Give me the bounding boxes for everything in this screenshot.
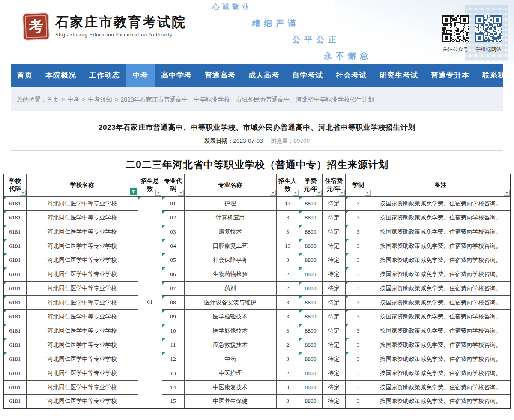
- article-meta: 发表日期：2023-07-03 浏览量：89700: [11, 137, 503, 145]
- school-code-cell: 6181: [3, 225, 26, 239]
- filter-applied-icon[interactable]: [130, 188, 137, 195]
- duration-cell: 3: [345, 352, 371, 366]
- enrollment-count-cell: 2: [276, 267, 299, 281]
- table-row: 6181河北同仁医学中等专业学校05社会保障事务38800待定3按国家资助政策减…: [3, 253, 511, 267]
- enrollment-count-cell: 3: [276, 380, 299, 394]
- school-name-cell: 河北同仁医学中等专业学校: [26, 267, 138, 281]
- tuition-cell: 8800: [299, 366, 322, 380]
- tuition-cell: 8800: [299, 309, 322, 324]
- table-row: 6181河北同仁医学中等专业学校12中药38800待定3按国家资助政策减免学费。…: [3, 352, 511, 366]
- qr-code-area: 关注公众号手机端网站: [442, 15, 502, 53]
- major-code-cell: 06: [162, 267, 184, 281]
- duration-cell: 3: [345, 338, 371, 352]
- views-label: 浏览量：: [270, 138, 293, 144]
- remark-cell: 按国家资助政策减免学费。住宿费向学校咨询。: [371, 352, 511, 366]
- school-code-cell: 6181: [3, 196, 26, 210]
- duration-cell: 3: [345, 267, 371, 281]
- breadcrumb-separator: >: [61, 96, 65, 103]
- filter-dropdown-button-8[interactable]: [365, 190, 371, 196]
- school-code-cell: 6181: [3, 295, 26, 309]
- nav-item-5[interactable]: 普通高考: [198, 64, 242, 87]
- major-name-cell: 医学影像技术: [184, 324, 276, 338]
- breadcrumb-separator: >: [114, 96, 118, 103]
- filter-dropdown-button-9[interactable]: [504, 190, 510, 196]
- col-header-4: 专业名称: [184, 174, 276, 196]
- site-logo[interactable]: 考 石家庄市教育考试院 Shijiazhuang Education Exami…: [24, 14, 186, 39]
- school-code-cell: 6181: [3, 267, 26, 281]
- school-code-cell: 6181: [3, 394, 26, 408]
- col-header-label-9: 备注: [435, 182, 447, 188]
- filter-dropdown-button-2[interactable]: [155, 190, 161, 196]
- major-code-cell: 09: [162, 309, 184, 324]
- nav-item-2[interactable]: 工作动态: [83, 64, 126, 87]
- breadcrumb-link-2[interactable]: 中考须知: [88, 96, 112, 103]
- major-code-cell: 14: [162, 380, 184, 394]
- table-row: 6181河北同仁医学中等专业学校15中医养生保健38800待定3按国家资助政策减…: [3, 394, 511, 408]
- table-row: 6181河北同仁医学中等专业学校14中医康复技术38800待定3按国家资助政策减…: [3, 380, 511, 394]
- col-header-label-4: 专业名称: [218, 182, 242, 188]
- duration-cell: 3: [345, 253, 371, 267]
- major-code-cell: 04: [162, 239, 184, 253]
- tuition-cell: 8800: [299, 210, 322, 225]
- filter-dropdown-button-7[interactable]: [339, 190, 345, 196]
- qr-figure-1: 手机端网站: [475, 15, 502, 53]
- breadcrumb-link-0[interactable]: 首页: [47, 96, 59, 103]
- filter-dropdown-button-6[interactable]: [316, 190, 322, 196]
- slogan-0: 心诚敬业: [212, 3, 252, 12]
- remark-cell: 按国家资助政策减免学费。住宿费向学校咨询。: [371, 267, 511, 281]
- nav-item-6[interactable]: 成人高考: [242, 64, 286, 87]
- remark-cell: 按国家资助政策减免学费。住宿费向学校咨询。: [371, 324, 511, 338]
- school-name-cell: 河北同仁医学中等专业学校: [26, 394, 138, 408]
- qr-code-image-1: [475, 15, 502, 42]
- accommodation-fee-cell: 待定: [322, 366, 345, 380]
- enrollment-count-cell: 3: [276, 210, 299, 225]
- major-code-cell: 15: [162, 394, 184, 408]
- accommodation-fee-cell: 待定: [322, 253, 345, 267]
- duration-cell: 3: [345, 309, 371, 324]
- major-name-cell: 中医护理: [184, 366, 276, 380]
- nav-item-7[interactable]: 自学考试: [286, 64, 329, 87]
- enrollment-count-cell: 3: [276, 309, 299, 324]
- tuition-cell: 8800: [299, 295, 322, 309]
- major-name-cell: 中药: [184, 352, 276, 366]
- col-header-3: 专业代 码: [162, 174, 184, 196]
- filter-dropdown-button-4[interactable]: [270, 190, 276, 196]
- accommodation-fee-cell: 待定: [322, 210, 345, 225]
- breadcrumb-separator: >: [82, 96, 85, 103]
- nav-item-3[interactable]: 中考: [126, 64, 155, 87]
- accommodation-fee-cell: 待定: [322, 309, 345, 324]
- remark-cell: 按国家资助政策减免学费。住宿费向学校咨询。: [371, 196, 511, 210]
- nav-item-10[interactable]: 普通专升本: [424, 64, 476, 87]
- enrollment-count-cell: 3: [276, 394, 299, 408]
- major-code-cell: 03: [162, 225, 184, 239]
- site-header: 考 石家庄市教育考试院 Shijiazhuang Education Exami…: [0, 0, 514, 64]
- nav-item-11[interactable]: 联系我们: [476, 64, 503, 87]
- nav-item-8[interactable]: 社会考试: [329, 64, 373, 87]
- duration-cell: 3: [345, 196, 371, 210]
- nav-item-0[interactable]: 首页: [11, 64, 39, 87]
- school-code-cell: 6181: [3, 281, 26, 295]
- publish-date: 2023-07-03: [233, 138, 263, 144]
- major-code-cell: 01: [162, 196, 184, 210]
- filter-dropdown-button-3[interactable]: [178, 190, 184, 196]
- accommodation-fee-cell: 待定: [322, 239, 345, 253]
- major-name-cell: 康复技术: [184, 225, 276, 239]
- major-name-cell: 社会保障事务: [184, 253, 276, 267]
- school-code-cell: 6181: [3, 253, 26, 267]
- article-title: 2023年石家庄市普通高中、中等职业学校、市域外民办普通高中、河北省中等职业学校…: [11, 123, 503, 132]
- filter-dropdown-button-5[interactable]: [293, 190, 299, 196]
- school-name-cell: 河北同仁医学中等专业学校: [26, 210, 138, 225]
- nav-item-4[interactable]: 高中学考: [155, 64, 198, 87]
- nav-item-1[interactable]: 本院概况: [39, 64, 83, 87]
- enrollment-count-cell: 3: [276, 352, 299, 366]
- school-code-cell: 6181: [3, 324, 26, 338]
- table-row: 6181河北同仁医学中等专业学校13中医护理28800待定3按国家资助政策减免学…: [3, 366, 511, 380]
- major-code-cell: 11: [162, 338, 184, 352]
- major-code-cell: 02: [162, 210, 184, 225]
- duration-cell: 3: [345, 324, 371, 338]
- school-code-cell: 6181: [3, 210, 26, 225]
- filter-dropdown-button-0[interactable]: [20, 190, 26, 196]
- breadcrumb-link-1[interactable]: 中考: [67, 96, 79, 103]
- nav-item-9[interactable]: 研究生考试: [373, 64, 424, 87]
- remark-cell: 按国家资助政策减免学费。住宿费向学校咨询。: [371, 253, 511, 267]
